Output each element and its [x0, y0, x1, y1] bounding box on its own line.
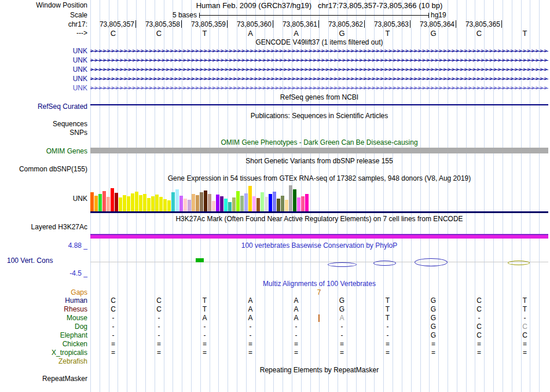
alignment-cells: ========== — [90, 349, 548, 357]
gencode-item-label[interactable]: UNK — [0, 47, 87, 55]
gtex-tissue-bar — [200, 192, 203, 211]
alignment-base: - — [365, 331, 410, 339]
alignment-base: A — [319, 314, 365, 322]
gtex-tissue-bar — [147, 198, 151, 211]
base-letter: C — [136, 29, 182, 38]
base-letter: C — [456, 29, 502, 38]
alignment-base: T — [502, 305, 548, 313]
alignment-base: A — [273, 296, 319, 305]
species-label[interactable]: Zebrafish — [0, 357, 87, 365]
alignment-base: = — [90, 349, 136, 357]
alignment-base: - — [319, 323, 365, 331]
gencode-item-label[interactable]: UNK — [0, 56, 87, 64]
alignment-base: = — [182, 340, 228, 348]
gtex-tissue-bar — [135, 192, 138, 211]
gtex-tissue-bar — [216, 195, 219, 211]
species-label[interactable]: X_tropicalis — [0, 349, 87, 357]
gtex-tissue-bar — [94, 196, 98, 211]
gtex-tissue-bar — [107, 197, 110, 211]
multiz-species-row[interactable]: Dog-------GCC — [0, 323, 550, 331]
multiz-species-row[interactable]: Mouse--AAAATG-- — [0, 314, 550, 323]
multiz-rows[interactable]: HumanCCTAAGTGCTRhesusCCTAAGTGCTMouse--AA… — [0, 296, 550, 366]
gencode-item-row[interactable]: UNK>>>>>>>>>>>>>>>>>>>>>>>>>>>>>>>>>>>>>… — [0, 56, 550, 65]
gtex-tissue-bar — [261, 192, 264, 211]
multiz-species-row[interactable]: RhesusCCTAAGTGCT — [0, 305, 550, 314]
gencode-item-label[interactable]: UNK — [0, 75, 87, 83]
alignment-base: G — [410, 296, 456, 305]
alignment-base: = — [182, 349, 228, 357]
gtex-tissue-bar — [212, 201, 215, 211]
conservation-track-label[interactable]: 100 Vert. Cons — [7, 257, 53, 265]
repeatmasker-track-label[interactable]: RepeatMasker — [0, 375, 87, 383]
alignment-base: = — [136, 349, 182, 357]
omim-title: OMIM Gene Phenotypes - Dark Green Can Be… — [90, 138, 548, 146]
multiz-species-row[interactable]: Zebrafish — [0, 357, 550, 366]
multiz-species-row[interactable]: X_tropicalis========== — [0, 349, 550, 357]
h3k27ac-signal-band[interactable] — [90, 234, 548, 239]
multiz-species-row[interactable]: Chicken========== — [0, 340, 550, 349]
gtex-tissue-bar — [208, 194, 211, 211]
gtex-tissue-bar — [163, 199, 167, 211]
h3k27ac-title: H3K27Ac Mark (Often Found Near Active Re… — [90, 215, 548, 223]
gtex-tissue-bar — [159, 197, 163, 211]
gtex-tissue-bar — [277, 199, 280, 211]
gtex-track-label[interactable]: UNK — [0, 195, 87, 203]
alignment-base: C — [136, 296, 182, 305]
species-label[interactable]: Rhesus — [0, 305, 87, 313]
alignment-base: - — [273, 331, 319, 339]
gencode-rows[interactable]: UNK>>>>>>>>>>>>>>>>>>>>>>>>>>>>>>>>>>>>>… — [0, 46, 550, 93]
gencode-item-label[interactable]: UNK — [0, 84, 87, 92]
omim-track-label[interactable]: OMIM Genes — [0, 147, 87, 155]
species-label[interactable]: Mouse — [0, 314, 87, 322]
base-letter: G — [319, 29, 365, 38]
alignment-base: T — [502, 296, 548, 305]
gencode-item-label[interactable]: UNK — [0, 65, 87, 74]
gencode-item-row[interactable]: UNK>>>>>>>>>>>>>>>>>>>>>>>>>>>>>>>>>>>>>… — [0, 46, 550, 56]
conservation-max-value: 4.88 _ — [0, 241, 87, 250]
gtex-tissue-bar — [151, 196, 155, 211]
alignment-base: - — [136, 331, 182, 339]
multiz-species-row[interactable]: Elephant-------GCC — [0, 331, 550, 340]
gencode-item-row[interactable]: UNK>>>>>>>>>>>>>>>>>>>>>>>>>>>>>>>>>>>>>… — [0, 65, 550, 74]
gtex-tissue-bar — [289, 185, 292, 211]
gencode-item-row[interactable]: UNK>>>>>>>>>>>>>>>>>>>>>>>>>>>>>>>>>>>>>… — [0, 74, 550, 83]
gtex-tissue-bar — [244, 193, 248, 211]
conservation-min-value: -4.5 _ — [0, 269, 87, 277]
species-label[interactable]: Dog — [0, 323, 87, 331]
gtex-tissue-bar — [98, 194, 102, 211]
species-label[interactable]: Human — [0, 296, 87, 305]
coordinate-label: 73,805,362 — [319, 20, 365, 28]
omim-gene-bar[interactable] — [90, 148, 548, 153]
coordinate-label: 73,805,360 — [228, 20, 273, 28]
gtex-tissue-bar — [281, 196, 284, 211]
gtex-tissue-bar — [265, 197, 268, 211]
refseq-track-label[interactable]: RefSeq Curated — [0, 102, 87, 111]
alignment-base: C — [502, 331, 548, 339]
window-position-label: Window Position — [0, 1, 87, 9]
gene-arrow-line: >>>>>>>>>>>>>>>>>>>>>>>>>>>>>>>>>>>>>>>>… — [90, 57, 548, 64]
gaps-row-label[interactable]: Gaps — [0, 288, 87, 296]
alignment-base: T — [182, 305, 228, 313]
alignment-base: C — [456, 331, 502, 339]
sequences-track-label[interactable]: Sequences — [0, 120, 87, 128]
alignment-base: = — [410, 349, 456, 357]
gencode-item-row[interactable]: UNK>>>>>>>>>>>>>>>>>>>>>>>>>>>>>>>>>>>>>… — [0, 83, 550, 93]
multiz-species-row[interactable]: HumanCCTAAGTGCT — [0, 296, 550, 305]
alignment-base: C — [502, 323, 548, 331]
gtex-tissue-bar — [248, 186, 252, 211]
species-label[interactable]: Elephant — [0, 331, 87, 339]
gtex-tissue-bar — [285, 200, 288, 211]
dbsnp-title: Short Genetic Variants from dbSNP releas… — [90, 157, 548, 165]
snps-track-label[interactable]: SNPs — [0, 129, 87, 137]
gtex-bars[interactable] — [90, 185, 309, 211]
refseq-gene-line[interactable] — [90, 104, 548, 105]
gene-arrow-line: >>>>>>>>>>>>>>>>>>>>>>>>>>>>>>>>>>>>>>>>… — [90, 47, 548, 54]
gtex-tissue-bar — [293, 189, 296, 211]
alignment-base: - — [182, 323, 228, 331]
gtex-tissue-bar — [179, 196, 183, 211]
h3k27ac-track-label[interactable]: Layered H3K27Ac — [0, 223, 87, 231]
conservation-positive-peak — [196, 258, 204, 262]
dbsnp-track-label[interactable]: Common dbSNP(155) — [0, 165, 87, 173]
alignment-cells: CCTAAGTGCT — [90, 305, 548, 313]
species-label[interactable]: Chicken — [0, 340, 87, 348]
